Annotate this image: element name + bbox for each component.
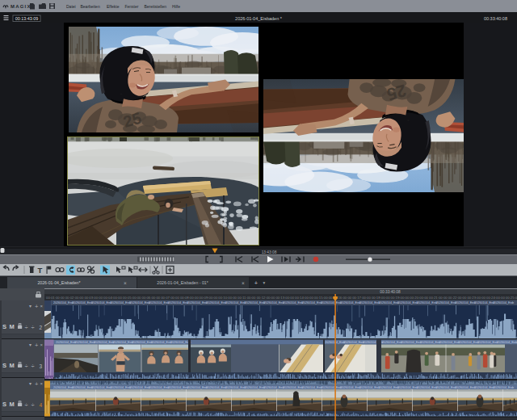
svg-text:20260104_Eisb: 20260104_Eisb xyxy=(56,341,76,344)
svg-text:20260104_Eisb: 20260104_Eisb xyxy=(359,301,380,304)
svg-text:20260104_Eisb: 20260104_Eisb xyxy=(494,386,514,389)
svg-text:20260104_Eisb: 20260104_Eisb xyxy=(382,341,402,344)
svg-text:20260104_Eisb: 20260104_Eisb xyxy=(341,301,361,304)
svg-text:20260104_Eisb: 20260104_Eisb xyxy=(497,341,517,344)
svg-text:20260104_Eisb: 20260104_Eisb xyxy=(75,341,95,344)
svg-text:20260104_Eisb: 20260104_Eisb xyxy=(417,386,437,389)
svg-text:20260104_Eisb: 20260104_Eisb xyxy=(398,301,418,304)
svg-text:20260104_Eisb: 20260104_Eisb xyxy=(149,386,170,389)
svg-text:20260104_Eisb: 20260104_Eisb xyxy=(474,386,494,389)
svg-text:20260104_Eisb: 20260104_Eisb xyxy=(187,386,208,389)
svg-text:20260104_Eisb: 20260104_Eisb xyxy=(417,301,437,304)
svg-text:20260104_Eisb: 20260104_Eisb xyxy=(170,341,191,344)
svg-text:20260104_Eisb: 20260104_Eisb xyxy=(91,301,111,304)
svg-text:20260104_Eisb: 20260104_Eisb xyxy=(111,301,131,304)
svg-text:20260104_Eisb: 20260104_Eisb xyxy=(456,301,476,304)
svg-text:20260104_Eisb: 20260104_Eisb xyxy=(207,301,227,304)
svg-text:20260104_Eisb: 20260104_Eisb xyxy=(401,341,422,344)
svg-text:20260104_Eisb: 20260104_Eisb xyxy=(111,386,131,389)
svg-text:20260104_Eisb: 20260104_Eisb xyxy=(245,301,265,304)
svg-text:20260104_Eisb: 20260104_Eisb xyxy=(341,386,361,389)
svg-text:20260104_Eisb: 20260104_Eisb xyxy=(73,301,93,304)
svg-text:20260104_Eisb: 20260104_Eisb xyxy=(168,301,188,304)
svg-text:20260104_Eisb: 20260104_Eisb xyxy=(283,301,303,304)
svg-text:20260104_Eisb: 20260104_Eisb xyxy=(187,301,208,304)
svg-text:20260104_Eisb: 20260104_Eisb xyxy=(132,341,153,344)
svg-text:20260104_Eisb: 20260104_Eisb xyxy=(207,386,227,389)
svg-text:20260104_Eisb: 20260104_Eisb xyxy=(168,386,188,389)
svg-text:20260104_Eisb: 20260104_Eisb xyxy=(379,301,399,304)
svg-text:20260104_Eisb: 20260104_Eisb xyxy=(152,341,172,344)
svg-text:20260104_Eisb: 20260104_Eisb xyxy=(456,386,476,389)
svg-text:20260104_Eisb: 20260104_Eisb xyxy=(398,386,418,389)
svg-text:20260104_Eisb: 20260104_Eisb xyxy=(322,386,342,389)
svg-text:20260104_Eisb: 20260104_Eisb xyxy=(53,386,74,389)
svg-text:20260104_Eisb: 20260104_Eisb xyxy=(264,301,284,304)
svg-text:20260104_Eisb: 20260104_Eisb xyxy=(149,301,170,304)
svg-text:20260104_Eisb: 20260104_Eisb xyxy=(379,386,399,389)
svg-text:20260104_Eisb: 20260104_Eisb xyxy=(73,386,93,389)
svg-text:20260104_Eisb: 20260104_Eisb xyxy=(359,386,380,389)
svg-text:20260104_Eisb: 20260104_Eisb xyxy=(53,301,74,304)
svg-text:20260104_Eisb: 20260104_Eisb xyxy=(264,386,284,389)
svg-text:20260104_Eisb: 20260104_Eisb xyxy=(322,301,342,304)
svg-text:20260104_Eisb: 20260104_Eisb xyxy=(302,386,322,389)
svg-text:20260104_Eisb: 20260104_Eisb xyxy=(439,341,460,344)
svg-text:20260104_Eisb: 20260104_Eisb xyxy=(494,301,514,304)
svg-text:20260104_Eisb: 20260104_Eisb xyxy=(436,301,456,304)
svg-text:20260104_Eisb: 20260104_Eisb xyxy=(225,386,246,389)
svg-text:20260104_Eisb: 20260104_Eisb xyxy=(91,386,111,389)
svg-text:20260104_Eisb: 20260104_Eisb xyxy=(130,301,150,304)
svg-text:20260104_Eisb: 20260104_Eisb xyxy=(474,301,494,304)
svg-text:20260104_Eisb: 20260104_Eisb xyxy=(478,341,498,344)
svg-text:20260104_Eisb: 20260104_Eisb xyxy=(459,341,479,344)
svg-text:20260104_Eisb: 20260104_Eisb xyxy=(344,341,364,344)
svg-text:20260104_Eisb: 20260104_Eisb xyxy=(225,301,246,304)
svg-text:20260104_Eisb: 20260104_Eisb xyxy=(113,341,133,344)
svg-text:20260104_Eisb: 20260104_Eisb xyxy=(130,386,150,389)
svg-text:20260104_Eisb: 20260104_Eisb xyxy=(283,386,303,389)
svg-text:20260104_Eisb: 20260104_Eisb xyxy=(302,301,322,304)
svg-text:20260104_Eisb: 20260104_Eisb xyxy=(420,341,440,344)
svg-text:20260104_Eisb: 20260104_Eisb xyxy=(436,386,456,389)
svg-text:20260104_Eisb: 20260104_Eisb xyxy=(245,386,265,389)
svg-text:20260104_Eisb: 20260104_Eisb xyxy=(94,341,114,344)
